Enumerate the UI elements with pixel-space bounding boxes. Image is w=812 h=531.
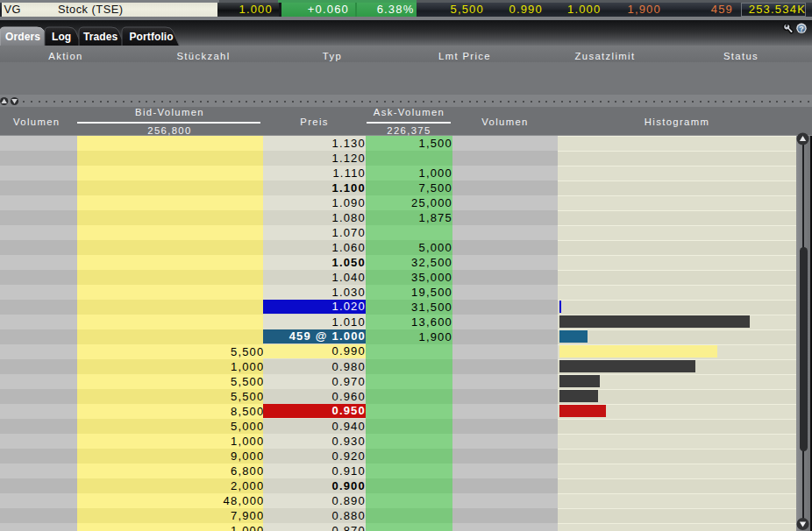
svg-text:?: ? <box>799 25 803 33</box>
